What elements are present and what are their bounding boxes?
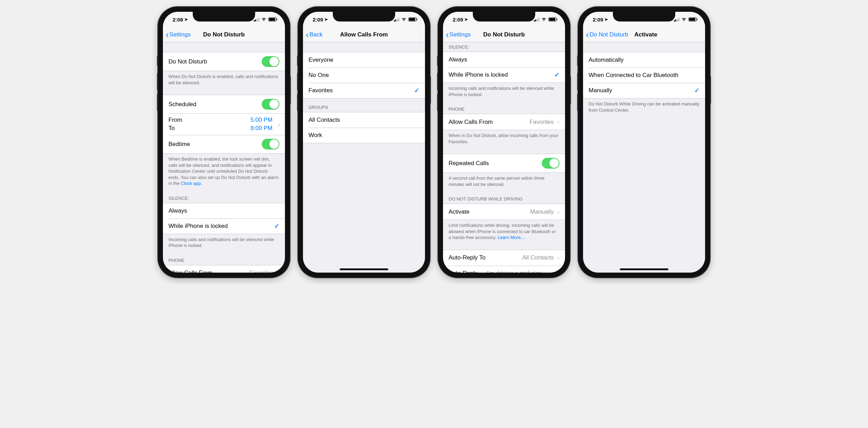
nav-bar: ‹Back Allow Calls From [303, 27, 425, 42]
group-all-contacts[interactable]: All Contacts [303, 112, 425, 128]
to-label: To [168, 125, 175, 132]
location-icon: ➤ [324, 17, 328, 22]
group-work[interactable]: Work [303, 128, 425, 143]
schedule-time-row[interactable]: From5:00 PM To8:00 PM › [163, 113, 285, 135]
status-time: 2:08 [173, 17, 183, 23]
status-time: 2:09 [313, 17, 323, 23]
learn-more-link[interactable]: Learn More… [497, 235, 525, 240]
battery-icon [268, 17, 277, 22]
toggle-switch-on[interactable] [262, 139, 279, 149]
section-footer: A second call from the same person withi… [443, 173, 565, 190]
notch [613, 12, 675, 22]
wifi-icon [261, 17, 267, 22]
back-button[interactable]: ‹Back [303, 30, 322, 39]
back-button[interactable]: ‹Settings [443, 30, 471, 39]
back-button[interactable]: ‹Settings [163, 30, 191, 39]
chevron-left-icon: ‹ [586, 30, 589, 39]
chevron-left-icon: ‹ [166, 30, 169, 39]
auto-reply-row[interactable]: Auto-Reply I'm driving a mid-size vehicl… [443, 266, 565, 273]
silence-always-row[interactable]: Always [443, 52, 565, 67]
auto-reply-to-row[interactable]: Auto-Reply To All Contacts › [443, 250, 565, 266]
battery-icon [548, 17, 557, 22]
back-button[interactable]: ‹Do Not Disturb [583, 30, 628, 39]
section-header: PHONE [163, 251, 285, 265]
toggle-switch-on[interactable] [542, 158, 559, 169]
chevron-right-icon: › [278, 120, 280, 128]
dnd-toggle-row[interactable]: Do Not Disturb [163, 52, 285, 71]
wifi-icon [401, 17, 407, 22]
status-time: 2:09 [453, 17, 463, 23]
option-car-bluetooth[interactable]: When Connected to Car Bluetooth [583, 68, 705, 83]
row-value: Manually [530, 208, 554, 215]
battery-icon [408, 17, 417, 22]
row-label: Scheduled [168, 101, 262, 108]
bedtime-toggle-row[interactable]: Bedtime [163, 135, 285, 153]
silence-locked-row[interactable]: While iPhone is locked ✓ [163, 219, 285, 234]
chevron-right-icon: › [557, 254, 559, 262]
to-value: 8:00 PM [251, 125, 272, 132]
toggle-switch-on[interactable] [262, 56, 279, 67]
screen-2: 2:09 ➤ ‹Back Allow Calls From Everyone N… [303, 12, 425, 273]
chevron-right-icon: › [557, 118, 559, 126]
option-automatically[interactable]: Automatically [583, 52, 705, 68]
settings-content[interactable]: Automatically When Connected to Car Blue… [583, 42, 705, 273]
home-indicator[interactable] [620, 268, 668, 270]
checkmark-icon: ✓ [694, 87, 700, 94]
settings-content[interactable]: SILENCE: Always While iPhone is locked ✓… [443, 42, 565, 273]
location-icon: ➤ [605, 17, 608, 22]
checkmark-icon: ✓ [554, 71, 559, 79]
section-header: GROUPS [303, 99, 425, 112]
section-footer: Incoming calls and notifications will be… [443, 83, 565, 100]
section-footer: Do Not Disturb While Driving can be acti… [583, 99, 705, 116]
allow-calls-row[interactable]: Allow Calls From Favorites › [443, 114, 565, 130]
section-footer: When in Do Not Disturb, allow incoming c… [443, 130, 565, 147]
section-header: SILENCE: [443, 42, 565, 52]
silence-locked-row[interactable]: While iPhone is locked ✓ [443, 67, 565, 83]
repeated-calls-row[interactable]: Repeated Calls [443, 154, 565, 172]
nav-bar: ‹Do Not Disturb Activate [583, 27, 705, 42]
clock-app-link[interactable]: Clock app [181, 181, 201, 186]
wifi-icon [541, 17, 547, 22]
toggle-switch-on[interactable] [262, 99, 279, 110]
location-icon: ➤ [184, 17, 188, 22]
option-noone[interactable]: No One [303, 68, 425, 83]
location-icon: ➤ [465, 17, 468, 22]
option-favorites[interactable]: Favorites ✓ [303, 83, 425, 98]
silence-always-row[interactable]: Always [163, 203, 285, 219]
section-footer: Limit notifications while driving. Incom… [443, 220, 565, 243]
iphone-frame-4: 2:09 ➤ ‹Do Not Disturb Activate Automati… [578, 7, 710, 277]
row-value: Favorites [249, 269, 274, 273]
chevron-left-icon: ‹ [306, 30, 309, 39]
signal-icon [394, 18, 400, 22]
signal-icon [534, 18, 540, 22]
allow-calls-row[interactable]: Allow Calls From Favorites › [163, 265, 285, 273]
wifi-icon [681, 17, 687, 22]
row-value: Favorites [529, 119, 554, 126]
signal-icon [254, 18, 260, 22]
option-everyone[interactable]: Everyone [303, 52, 425, 68]
settings-content[interactable]: Do Not Disturb When Do Not Disturb is en… [163, 42, 285, 273]
iphone-frame-1: 2:08 ➤ ‹Settings Do Not Disturb Do Not D… [158, 7, 290, 277]
scheduled-toggle-row[interactable]: Scheduled [163, 95, 285, 113]
settings-content[interactable]: Everyone No One Favorites ✓ GROUPS All C… [303, 42, 425, 273]
row-value: All Contacts [522, 254, 554, 261]
signal-icon [674, 18, 680, 22]
nav-bar: ‹Settings Do Not Disturb [163, 27, 285, 42]
activate-row[interactable]: Activate Manually › [443, 204, 565, 220]
status-time: 2:09 [593, 17, 603, 23]
chevron-right-icon: › [557, 269, 559, 273]
section-header: DO NOT DISTURB WHILE DRIVING [443, 190, 565, 204]
iphone-frame-3: 2:09 ➤ ‹Settings Do Not Disturb SILENCE:… [438, 7, 570, 277]
chevron-right-icon: › [557, 208, 559, 216]
section-footer: When Do Not Disturb is enabled, calls an… [163, 71, 285, 88]
chevron-left-icon: ‹ [446, 30, 449, 39]
section-header: PHONE [443, 100, 565, 114]
section-footer: Incoming calls and notifications will be… [163, 234, 285, 251]
from-value: 5:00 PM [251, 117, 272, 123]
row-value: I'm driving a mid-size vehicle ri… [487, 270, 549, 273]
row-label: Do Not Disturb [168, 58, 262, 65]
option-manually[interactable]: Manually ✓ [583, 83, 705, 98]
screen-4: 2:09 ➤ ‹Do Not Disturb Activate Automati… [583, 12, 705, 273]
home-indicator[interactable] [340, 268, 388, 270]
battery-icon [688, 17, 697, 22]
